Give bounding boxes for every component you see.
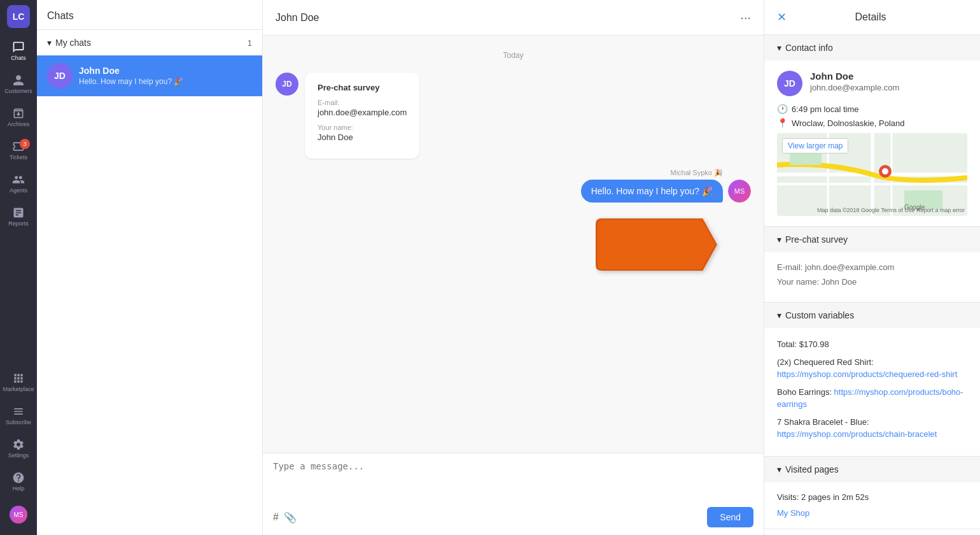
avatar: JD [47,63,73,89]
visited-pages-body: Visits: 2 pages in 2m 52s My Shop [764,482,980,529]
clock-icon: 🕐 [777,104,788,114]
close-details-button[interactable]: ✕ [777,10,787,24]
sidebar-item-label: Agents [10,187,27,194]
sidebar-item-reports[interactable]: Reports [3,201,34,232]
custom-var-item2: Boho Earrings: https://myshop.com/produc… [777,386,967,411]
chat-input-tools: # 📎 [273,511,297,524]
more-options-button[interactable]: ··· [740,10,751,25]
sidebar-item-label: Tickets [10,154,27,160]
survey-email-value: john.doe@example.com [805,262,894,272]
my-shop-link[interactable]: My Shop [777,508,809,518]
prechat-title: Pre-chat survey [318,83,407,92]
chevron-down-icon [777,234,781,245]
visits-count: Visits: 2 pages in 2m 52s [777,492,967,502]
item1-link[interactable]: https://myshop.com/products/chequered-re… [777,369,957,379]
pin-icon: 📍 [777,118,788,128]
left-navigation: LC Chats Customers Archives 3 Tickets Ag… [0,0,37,535]
contact-info-header[interactable]: Contact info [764,35,980,61]
sender-avatar: JD [276,73,298,96]
contact-row: JD John Doe john.doe@example.com [777,71,967,96]
custom-var-item3: 7 Shakra Bracelet - Blue: https://myshop… [777,416,967,441]
prechat-content: Pre-chat survey E-mail: john.doe@example… [318,83,407,148]
sticker-row [276,213,751,276]
contact-avatar: JD [777,71,802,96]
prechat-survey-header[interactable]: Pre-chat survey [764,227,980,252]
map-view-larger-button[interactable]: View larger map [782,138,848,153]
sidebar-item-tickets[interactable]: 3 Tickets [3,135,34,166]
contact-time: 6:49 pm local time [792,104,859,114]
sidebar-item-agents[interactable]: Agents [3,168,34,199]
chevron-down-icon [777,310,781,320]
agent-message-wrapper: Michał Sypko 🎉 Hello. How may I help you… [581,169,723,203]
chevron-down-icon [47,38,52,48]
survey-name-label: Your name: [777,277,822,287]
item3-link[interactable]: https://myshop.com/products/chain-bracel… [777,429,937,439]
contact-email: john.doe@example.com [810,83,899,92]
sidebar-item-help[interactable]: Help [3,466,34,497]
chat-main-title: John Doe [276,12,319,24]
agent-avatar: MS [728,180,751,203]
chevron-down-icon [777,464,781,474]
custom-var-item1: (2x) Chequered Red Shirt: https://myshop… [777,356,967,381]
chat-input-toolbar: # 📎 Send [273,507,753,527]
settings-icon [12,438,25,451]
item1-text: (2x) Chequered Red Shirt: [777,357,874,367]
sidebar-item-label: Customers [4,88,32,94]
my-chats-section: My chats 1 [37,30,262,55]
contact-info-body: JD John Doe john.doe@example.com 🕐 6:49 … [764,61,980,226]
chats-count: 1 [248,38,252,48]
prechat-survey-section: Pre-chat survey E-mail: john.doe@example… [764,227,980,303]
section-left: My chats [47,38,91,48]
reports-icon [12,206,25,219]
contact-time-row: 🕐 6:49 pm local time [777,104,967,114]
sidebar-item-label: Chats [11,55,26,61]
visited-pages-header[interactable]: Visited pages [764,457,980,482]
attachment-button[interactable]: 📎 [284,511,297,524]
sidebar-item-archives[interactable]: Archives [3,102,34,132]
send-button[interactable]: Send [707,507,753,527]
sidebar-item-label: Marketplace [3,386,34,392]
custom-variables-section: Custom variables Total: $170.98 (2x) Che… [764,303,980,457]
sidebar-item-user-avatar[interactable]: MS [3,499,34,530]
contact-details: John Doe john.doe@example.com [810,71,899,92]
sticker [596,213,723,276]
customers-icon [12,74,25,87]
agent-bubble: Hello. How may I help you? 🎉 [581,180,723,203]
my-chats-label: My chats [55,38,91,48]
survey-name-field: Your name: John Doe [777,277,967,287]
sidebar-item-settings[interactable]: Settings [3,433,34,464]
details-panel: ✕ Details Contact info JD John Doe john.… [764,0,980,535]
survey-name-value: John Doe [822,277,857,287]
chat-preview: Hello. How may I help you? 🎉 [79,77,252,86]
agent-name-label: Michał Sypko 🎉 [671,169,723,177]
agents-icon [12,173,25,186]
sidebar-item-subscribe[interactable]: Subscribe [3,400,34,431]
chat-name: John Doe [79,66,252,76]
sidebar-item-chats[interactable]: Chats [3,36,34,66]
chats-panel: Chats My chats 1 JD John Doe Hello. How … [37,0,263,535]
chat-item[interactable]: JD John Doe Hello. How may I help you? 🎉 [37,55,262,97]
chevron-down-icon [777,43,781,53]
svg-point-9 [882,168,888,175]
custom-var-total: Total: $170.98 [777,338,967,351]
map-container: Google View larger map Map data ©2018 Go… [777,133,967,216]
sidebar-item-label: Reports [8,220,29,227]
user-avatar: MS [10,506,27,524]
app-logo: LC [7,5,30,28]
chat-main-actions: ··· [740,10,751,25]
chat-main: John Doe ··· Today JD Pre-chat survey E-… [263,0,764,535]
sidebar-item-customers[interactable]: Customers [3,69,34,99]
custom-variables-header[interactable]: Custom variables [764,303,980,328]
hashtag-button[interactable]: # [273,511,279,523]
visited-pages-label: Visited pages [785,464,839,474]
message-input[interactable] [273,461,753,499]
details-title: Details [855,11,886,23]
prechat-field-value-name: John Doe [318,132,407,142]
sidebar-item-marketplace[interactable]: Marketplace [3,367,34,397]
sticker-spacer [728,253,751,276]
prechat-field-value-email: john.doe@example.com [318,108,407,117]
item2-text: Boho Earrings: [777,387,834,397]
date-divider: Today [276,51,751,60]
sidebar-item-label: Settings [8,452,29,459]
chats-icon [12,41,25,54]
